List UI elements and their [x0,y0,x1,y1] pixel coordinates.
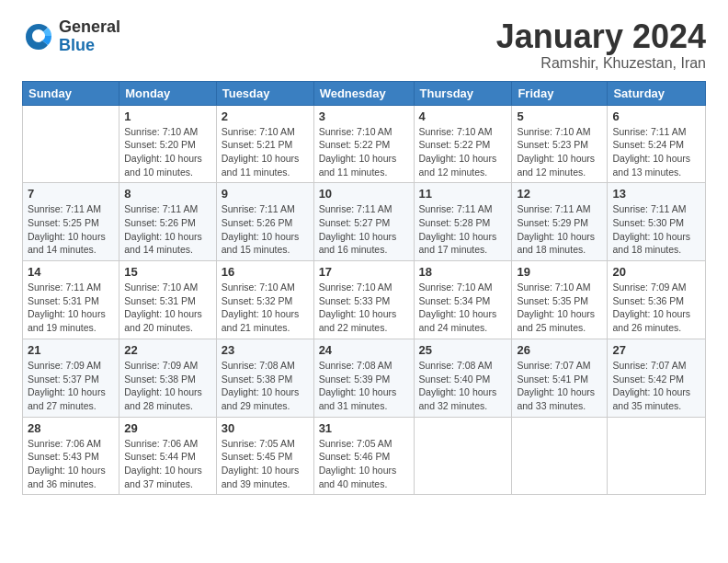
day-number: 19 [517,265,602,279]
day-info: Sunrise: 7:11 AM Sunset: 5:30 PM Dayligh… [612,202,700,257]
day-number: 30 [222,421,309,435]
calendar-table: SundayMondayTuesdayWednesdayThursdayFrid… [22,81,706,496]
day-number: 18 [419,265,507,279]
calendar-cell: 6Sunrise: 7:11 AM Sunset: 5:24 PM Daylig… [608,105,706,183]
calendar-cell: 31Sunrise: 7:05 AM Sunset: 5:46 PM Dayli… [313,417,414,495]
day-number: 3 [319,109,409,123]
calendar-cell: 2Sunrise: 7:10 AM Sunset: 5:21 PM Daylig… [216,105,313,183]
day-info: Sunrise: 7:05 AM Sunset: 5:46 PM Dayligh… [319,437,409,491]
day-info: Sunrise: 7:05 AM Sunset: 5:45 PM Dayligh… [222,437,309,491]
logo-blue: Blue [59,37,120,55]
day-info: Sunrise: 7:10 AM Sunset: 5:23 PM Dayligh… [517,125,602,179]
day-number: 17 [319,265,409,279]
day-number: 26 [517,343,602,357]
day-info: Sunrise: 7:10 AM Sunset: 5:31 PM Dayligh… [124,281,211,335]
day-number: 9 [222,187,309,201]
week-row-3: 21Sunrise: 7:09 AM Sunset: 5:37 PM Dayli… [23,339,706,417]
day-number: 28 [28,421,114,435]
calendar-cell: 28Sunrise: 7:06 AM Sunset: 5:43 PM Dayli… [23,417,119,495]
logo-icon [22,20,55,53]
calendar-cell: 29Sunrise: 7:06 AM Sunset: 5:44 PM Dayli… [119,417,217,495]
calendar-cell: 19Sunrise: 7:10 AM Sunset: 5:35 PM Dayli… [512,261,608,339]
day-info: Sunrise: 7:08 AM Sunset: 5:38 PM Dayligh… [222,359,309,413]
calendar-cell: 21Sunrise: 7:09 AM Sunset: 5:37 PM Dayli… [23,339,119,417]
day-number: 31 [319,421,409,435]
calendar-header-row: SundayMondayTuesdayWednesdayThursdayFrid… [23,81,706,105]
day-number: 7 [28,187,114,201]
day-number: 10 [319,187,409,201]
day-info: Sunrise: 7:10 AM Sunset: 5:33 PM Dayligh… [319,281,409,335]
day-number: 25 [419,343,507,357]
calendar-cell: 15Sunrise: 7:10 AM Sunset: 5:31 PM Dayli… [119,261,217,339]
calendar-cell: 14Sunrise: 7:11 AM Sunset: 5:31 PM Dayli… [23,261,119,339]
title-block: January 2024 Ramshir, Khuzestan, Iran [496,18,706,72]
calendar-cell: 23Sunrise: 7:08 AM Sunset: 5:38 PM Dayli… [216,339,313,417]
day-info: Sunrise: 7:10 AM Sunset: 5:32 PM Dayligh… [222,281,309,335]
day-number: 29 [124,421,211,435]
day-number: 8 [124,187,211,201]
day-info: Sunrise: 7:09 AM Sunset: 5:36 PM Dayligh… [612,281,700,335]
day-info: Sunrise: 7:11 AM Sunset: 5:27 PM Dayligh… [319,202,409,257]
calendar-cell: 16Sunrise: 7:10 AM Sunset: 5:32 PM Dayli… [216,261,313,339]
calendar-cell: 20Sunrise: 7:09 AM Sunset: 5:36 PM Dayli… [608,261,706,339]
day-number: 13 [612,187,700,201]
day-info: Sunrise: 7:10 AM Sunset: 5:22 PM Dayligh… [419,125,507,179]
day-number: 14 [28,265,114,279]
logo-general: General [59,18,120,37]
col-header-friday: Friday [512,81,608,105]
day-info: Sunrise: 7:08 AM Sunset: 5:40 PM Dayligh… [419,359,507,413]
week-row-0: 1Sunrise: 7:10 AM Sunset: 5:20 PM Daylig… [23,105,706,183]
calendar-cell [414,417,512,495]
calendar-cell: 25Sunrise: 7:08 AM Sunset: 5:40 PM Dayli… [414,339,512,417]
day-number: 24 [319,343,409,357]
calendar-cell: 5Sunrise: 7:10 AM Sunset: 5:23 PM Daylig… [512,105,608,183]
week-row-4: 28Sunrise: 7:06 AM Sunset: 5:43 PM Dayli… [23,417,706,495]
col-header-thursday: Thursday [414,81,512,105]
day-info: Sunrise: 7:11 AM Sunset: 5:26 PM Dayligh… [124,202,211,257]
day-info: Sunrise: 7:09 AM Sunset: 5:37 PM Dayligh… [28,359,114,413]
month-title: January 2024 [496,18,706,55]
day-info: Sunrise: 7:10 AM Sunset: 5:21 PM Dayligh… [222,125,309,179]
day-info: Sunrise: 7:10 AM Sunset: 5:22 PM Dayligh… [319,125,409,179]
calendar-cell: 24Sunrise: 7:08 AM Sunset: 5:39 PM Dayli… [313,339,414,417]
calendar-cell [608,417,706,495]
day-number: 23 [222,343,309,357]
location-subtitle: Ramshir, Khuzestan, Iran [496,55,706,72]
day-number: 11 [419,187,507,201]
day-info: Sunrise: 7:07 AM Sunset: 5:42 PM Dayligh… [612,359,700,413]
day-info: Sunrise: 7:10 AM Sunset: 5:20 PM Dayligh… [124,125,211,179]
page: General Blue January 2024 Ramshir, Khuze… [0,0,728,504]
day-info: Sunrise: 7:06 AM Sunset: 5:43 PM Dayligh… [28,437,114,491]
day-info: Sunrise: 7:08 AM Sunset: 5:39 PM Dayligh… [319,359,409,413]
week-row-2: 14Sunrise: 7:11 AM Sunset: 5:31 PM Dayli… [23,261,706,339]
header: General Blue January 2024 Ramshir, Khuze… [22,18,706,72]
day-info: Sunrise: 7:11 AM Sunset: 5:29 PM Dayligh… [517,202,602,257]
col-header-monday: Monday [119,81,217,105]
day-number: 21 [28,343,114,357]
day-info: Sunrise: 7:10 AM Sunset: 5:34 PM Dayligh… [419,281,507,335]
day-info: Sunrise: 7:07 AM Sunset: 5:41 PM Dayligh… [517,359,602,413]
day-number: 1 [124,109,211,123]
calendar-cell: 9Sunrise: 7:11 AM Sunset: 5:26 PM Daylig… [216,183,313,261]
calendar-cell: 7Sunrise: 7:11 AM Sunset: 5:25 PM Daylig… [23,183,119,261]
calendar-cell: 3Sunrise: 7:10 AM Sunset: 5:22 PM Daylig… [313,105,414,183]
calendar-cell: 13Sunrise: 7:11 AM Sunset: 5:30 PM Dayli… [608,183,706,261]
col-header-saturday: Saturday [608,81,706,105]
calendar-cell: 11Sunrise: 7:11 AM Sunset: 5:28 PM Dayli… [414,183,512,261]
calendar-cell [23,105,119,183]
calendar-cell: 12Sunrise: 7:11 AM Sunset: 5:29 PM Dayli… [512,183,608,261]
calendar-cell: 30Sunrise: 7:05 AM Sunset: 5:45 PM Dayli… [216,417,313,495]
col-header-wednesday: Wednesday [313,81,414,105]
day-number: 4 [419,109,507,123]
day-number: 15 [124,265,211,279]
calendar-cell: 1Sunrise: 7:10 AM Sunset: 5:20 PM Daylig… [119,105,217,183]
day-number: 2 [222,109,309,123]
calendar-cell: 4Sunrise: 7:10 AM Sunset: 5:22 PM Daylig… [414,105,512,183]
logo: General Blue [22,18,120,55]
logo-text: General Blue [59,18,120,55]
day-number: 6 [612,109,700,123]
day-info: Sunrise: 7:11 AM Sunset: 5:31 PM Dayligh… [28,281,114,335]
col-header-tuesday: Tuesday [216,81,313,105]
day-info: Sunrise: 7:11 AM Sunset: 5:24 PM Dayligh… [612,125,700,179]
day-info: Sunrise: 7:11 AM Sunset: 5:28 PM Dayligh… [419,202,507,257]
